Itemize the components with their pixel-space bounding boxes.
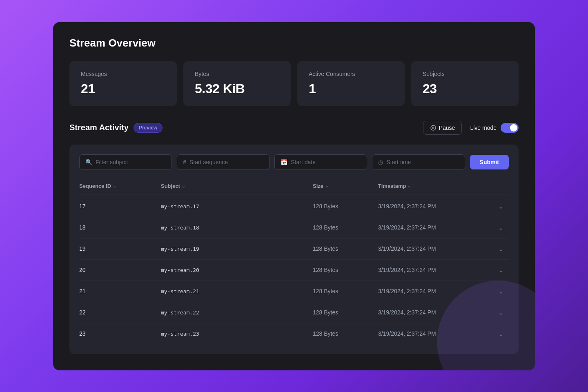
- cell-subject: my-stream.18: [161, 225, 313, 231]
- cell-subject: my-stream.19: [161, 246, 313, 252]
- start-time-wrapper: ◷: [372, 154, 465, 170]
- cell-subject: my-stream.23: [161, 331, 313, 337]
- cell-sequence-id: 17: [79, 203, 161, 209]
- expand-button[interactable]: ⌄: [492, 287, 509, 295]
- cell-size: 128 Bytes: [313, 224, 378, 231]
- stat-label-bytes: Bytes: [195, 71, 279, 77]
- activity-panel: 🔍 # 📅 ◷ Submit Sequence ID ⌄: [69, 145, 519, 354]
- stat-label-consumers: Active Consumers: [309, 71, 393, 77]
- cell-subject: my-stream.20: [161, 267, 313, 273]
- stat-card-messages: Messages 21: [69, 61, 177, 106]
- table-row[interactable]: 21 my-stream.21 128 Bytes 3/19/2024, 2:3…: [79, 281, 509, 302]
- start-sequence-input[interactable]: [189, 159, 263, 165]
- live-mode-label: Live mode: [470, 125, 497, 131]
- table-row[interactable]: 20 my-stream.20 128 Bytes 3/19/2024, 2:3…: [79, 260, 509, 281]
- start-sequence-wrapper: #: [177, 154, 270, 170]
- filter-row: 🔍 # 📅 ◷ Submit: [79, 154, 509, 170]
- cell-size: 128 Bytes: [313, 267, 378, 273]
- svg-point-0: [431, 125, 436, 130]
- cell-sequence-id: 18: [79, 224, 161, 231]
- expand-button[interactable]: ⌄: [492, 245, 509, 253]
- cell-subject: my-stream.17: [161, 203, 313, 209]
- cell-size: 128 Bytes: [313, 330, 378, 337]
- cell-size: 128 Bytes: [313, 203, 378, 209]
- stat-value-subjects: 23: [423, 81, 507, 96]
- cell-timestamp: 3/19/2024, 2:37:24 PM: [378, 330, 492, 337]
- preview-badge: Preview: [134, 123, 163, 133]
- sort-icon-timestamp: ⌄: [408, 184, 411, 188]
- pause-label: Pause: [439, 125, 455, 131]
- expand-button[interactable]: ⌄: [492, 203, 509, 210]
- table-row[interactable]: 23 my-stream.23 128 Bytes 3/19/2024, 2:3…: [79, 323, 509, 344]
- stat-card-bytes: Bytes 5.32 KiB: [183, 61, 291, 106]
- table-row[interactable]: 17 my-stream.17 128 Bytes 3/19/2024, 2:3…: [79, 196, 509, 217]
- col-header-timestamp[interactable]: Timestamp ⌄: [378, 183, 492, 189]
- cell-timestamp: 3/19/2024, 2:37:24 PM: [378, 288, 492, 294]
- sort-icon-subject: ⌄: [182, 184, 185, 188]
- col-header-size[interactable]: Size ⌄: [313, 183, 378, 189]
- cell-subject: my-stream.21: [161, 288, 313, 294]
- search-icon: 🔍: [85, 159, 92, 165]
- expand-button[interactable]: ⌄: [492, 266, 509, 274]
- table-body: 17 my-stream.17 128 Bytes 3/19/2024, 2:3…: [79, 196, 509, 344]
- cell-size: 128 Bytes: [313, 288, 378, 294]
- table-header: Sequence ID ⌄ Subject ⌄ Size ⌄ Timestamp…: [79, 180, 509, 194]
- stat-value-consumers: 1: [309, 81, 393, 96]
- stat-value-bytes: 5.32 KiB: [195, 81, 279, 96]
- stat-value-messages: 21: [81, 81, 165, 96]
- page-title: Stream Overview: [69, 37, 519, 49]
- cell-timestamp: 3/19/2024, 2:37:24 PM: [378, 224, 492, 231]
- submit-button[interactable]: Submit: [470, 155, 509, 169]
- header-actions: Pause Live mode: [423, 121, 519, 135]
- calendar-icon: 📅: [281, 159, 287, 165]
- col-header-expand: [492, 183, 509, 189]
- cell-sequence-id: 20: [79, 267, 161, 273]
- section-title-group: Stream Activity Preview: [69, 123, 163, 133]
- svg-rect-1: [432, 127, 433, 129]
- cell-size: 128 Bytes: [313, 309, 378, 316]
- expand-button[interactable]: ⌄: [492, 309, 509, 316]
- start-date-input[interactable]: [291, 159, 361, 165]
- section-title: Stream Activity: [69, 123, 129, 132]
- data-table: Sequence ID ⌄ Subject ⌄ Size ⌄ Timestamp…: [79, 180, 509, 344]
- cell-timestamp: 3/19/2024, 2:37:24 PM: [378, 245, 492, 252]
- pause-button[interactable]: Pause: [423, 121, 462, 135]
- cell-sequence-id: 19: [79, 245, 161, 252]
- cell-size: 128 Bytes: [313, 245, 378, 252]
- main-card: Stream Overview Messages 21 Bytes 5.32 K…: [53, 22, 535, 370]
- sort-icon-sequence: ⌄: [113, 184, 116, 188]
- col-header-sequence-id[interactable]: Sequence ID ⌄: [79, 183, 161, 189]
- stat-label-subjects: Subjects: [423, 71, 507, 77]
- sort-icon-size: ⌄: [325, 184, 328, 188]
- svg-rect-2: [433, 127, 434, 129]
- table-row[interactable]: 22 my-stream.22 128 Bytes 3/19/2024, 2:3…: [79, 302, 509, 323]
- expand-button[interactable]: ⌄: [492, 330, 509, 338]
- cell-subject: my-stream.22: [161, 310, 313, 316]
- cell-timestamp: 3/19/2024, 2:37:24 PM: [378, 309, 492, 316]
- cell-timestamp: 3/19/2024, 2:37:24 PM: [378, 203, 492, 209]
- clock-icon: ◷: [378, 159, 383, 165]
- section-header: Stream Activity Preview Pause Live mode: [69, 121, 519, 135]
- stat-label-messages: Messages: [81, 71, 165, 77]
- col-header-subject[interactable]: Subject ⌄: [161, 183, 313, 189]
- expand-button[interactable]: ⌄: [492, 224, 509, 232]
- live-mode-toggle[interactable]: [501, 123, 519, 133]
- cell-sequence-id: 22: [79, 309, 161, 316]
- pause-icon: [430, 125, 437, 131]
- start-date-wrapper: 📅: [274, 154, 367, 170]
- start-time-input[interactable]: [386, 159, 459, 165]
- table-row[interactable]: 18 my-stream.18 128 Bytes 3/19/2024, 2:3…: [79, 217, 509, 238]
- cell-timestamp: 3/19/2024, 2:37:24 PM: [378, 267, 492, 273]
- hash-icon: #: [183, 159, 186, 165]
- stat-card-subjects: Subjects 23: [411, 61, 519, 106]
- stat-card-consumers: Active Consumers 1: [297, 61, 405, 106]
- filter-subject-wrapper: 🔍: [79, 154, 172, 170]
- cell-sequence-id: 21: [79, 288, 161, 294]
- live-mode-group: Live mode: [470, 123, 519, 133]
- table-row[interactable]: 19 my-stream.19 128 Bytes 3/19/2024, 2:3…: [79, 238, 509, 260]
- filter-subject-input[interactable]: [96, 159, 166, 165]
- stats-row: Messages 21 Bytes 5.32 KiB Active Consum…: [69, 61, 519, 106]
- cell-sequence-id: 23: [79, 330, 161, 337]
